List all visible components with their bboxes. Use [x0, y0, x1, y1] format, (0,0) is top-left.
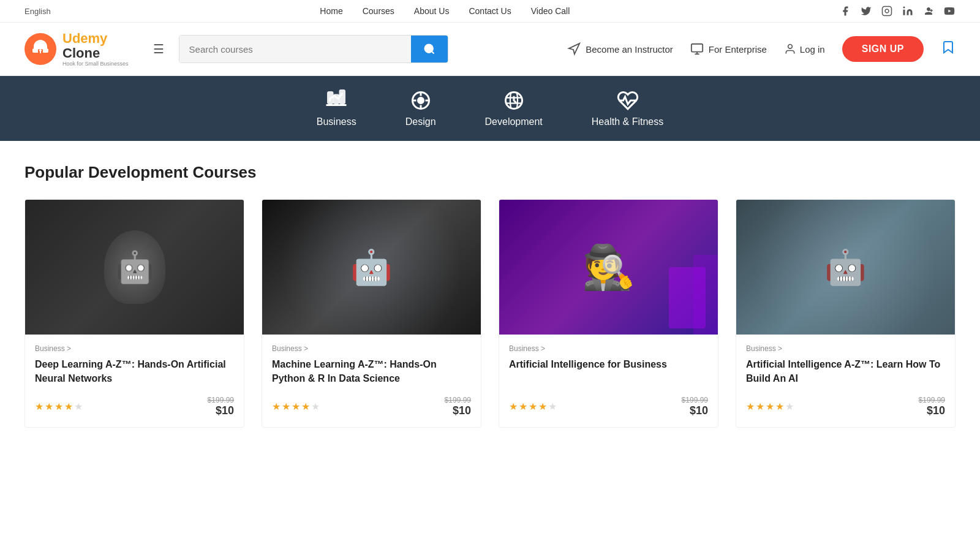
login-button[interactable]: Log in	[784, 43, 825, 55]
course-footer-1: ★ ★ ★ ★ ★ $199.99 $10	[35, 396, 234, 417]
course-price-3: $199.99 $10	[682, 396, 708, 417]
category-design[interactable]: Design	[405, 89, 436, 127]
hamburger-menu[interactable]: ☰	[153, 42, 164, 56]
main-header: UdemyClone Hook for Small Businesses ☰ B…	[0, 23, 980, 76]
bookmark-icon[interactable]	[941, 40, 956, 58]
category-health[interactable]: Health & Fitness	[592, 89, 663, 127]
course-footer-2: ★ ★ ★ ★ ★ $199.99 $10	[272, 396, 471, 417]
svg-rect-6	[40, 51, 41, 53]
course-category-4: Business >	[746, 344, 945, 353]
become-instructor-link[interactable]: Become an Instructor	[567, 42, 673, 56]
courses-grid: 🤖 Business > Deep Learning A-Z™: Hands-O…	[24, 199, 956, 428]
svg-point-12	[788, 45, 792, 49]
svg-line-8	[431, 51, 434, 54]
svg-point-7	[424, 45, 432, 53]
course-category-3: Business >	[509, 344, 708, 353]
svg-point-18	[418, 98, 423, 104]
category-business-label: Business	[317, 116, 356, 127]
section-title: Popular Development Courses	[24, 163, 956, 182]
course-category-2: Business >	[272, 344, 471, 353]
course-price-4: $199.99 $10	[919, 396, 945, 417]
course-thumbnail-1: 🤖	[25, 200, 244, 335]
logo[interactable]: UdemyClone Hook for Small Businesses	[24, 31, 129, 67]
course-body-3: Business > Artificial Intelligence for B…	[499, 335, 718, 427]
logo-subtitle: Hook for Small Businesses	[62, 61, 129, 67]
nav-about[interactable]: About Us	[414, 6, 450, 16]
svg-rect-9	[692, 44, 703, 52]
course-card-1[interactable]: 🤖 Business > Deep Learning A-Z™: Hands-O…	[24, 199, 244, 428]
svg-point-2	[903, 7, 905, 9]
category-development-label: Development	[485, 116, 543, 127]
google-plus-icon[interactable]	[922, 5, 935, 17]
language-selector[interactable]: English	[24, 7, 51, 16]
top-navigation: Home Courses About Us Contact Us Video C…	[320, 6, 570, 16]
course-body-4: Business > Artificial Intelligence A-Z™:…	[736, 335, 955, 427]
search-bar	[179, 35, 448, 63]
nav-video-call[interactable]: Video Call	[531, 6, 570, 16]
course-footer-3: ★ ★ ★ ★ ★ $199.99 $10	[509, 396, 708, 417]
category-design-label: Design	[405, 116, 436, 127]
course-thumbnail-2: 🤖	[262, 200, 481, 335]
course-title-2: Machine Learning A-Z™: Hands-On Python &…	[272, 358, 471, 388]
social-links	[839, 5, 956, 17]
course-footer-4: ★ ★ ★ ★ ★ $199.99 $10	[746, 396, 945, 417]
course-body-1: Business > Deep Learning A-Z™: Hands-On …	[25, 335, 244, 427]
course-title-1: Deep Learning A-Z™: Hands-On Artificial …	[35, 358, 234, 388]
course-card-4[interactable]: 🤖 Business > Artificial Intelligence A-Z…	[736, 199, 956, 428]
course-body-2: Business > Machine Learning A-Z™: Hands-…	[262, 335, 481, 427]
logo-title: UdemyClone	[62, 31, 129, 61]
category-navigation: Business Design Development Health & Fit…	[0, 76, 980, 141]
logo-text: UdemyClone Hook for Small Businesses	[62, 31, 129, 67]
search-input[interactable]	[179, 36, 411, 62]
logo-icon	[24, 33, 56, 65]
course-price-1: $199.99 $10	[208, 396, 234, 417]
course-title-4: Artificial Intelligence A-Z™: Learn How …	[746, 358, 945, 388]
nav-contact[interactable]: Contact Us	[469, 6, 511, 16]
course-card-2[interactable]: 🤖 Business > Machine Learning A-Z™: Hand…	[262, 199, 481, 428]
top-bar: English Home Courses About Us Contact Us…	[0, 0, 980, 23]
category-health-label: Health & Fitness	[592, 116, 663, 127]
course-rating-4: ★ ★ ★ ★ ★	[746, 401, 794, 412]
course-rating-1: ★ ★ ★ ★ ★	[35, 401, 83, 412]
for-enterprise-link[interactable]: For Enterprise	[690, 42, 767, 56]
course-title-3: Artificial Intelligence for Business	[509, 358, 708, 388]
nav-courses[interactable]: Courses	[363, 6, 394, 16]
course-thumbnail-3: 🕵️	[499, 200, 718, 335]
search-button[interactable]	[411, 36, 448, 62]
twitter-icon[interactable]	[860, 5, 872, 17]
course-rating-3: ★ ★ ★ ★ ★	[509, 401, 557, 412]
signup-button[interactable]: SIGN UP	[842, 36, 924, 62]
facebook-icon[interactable]	[839, 5, 851, 17]
instagram-icon[interactable]	[881, 5, 893, 17]
course-price-2: $199.99 $10	[445, 396, 471, 417]
category-business[interactable]: Business	[317, 89, 356, 127]
main-content: Popular Development Courses 🤖 Business >…	[0, 141, 980, 450]
nav-home[interactable]: Home	[320, 6, 342, 16]
linkedin-icon[interactable]	[902, 5, 914, 17]
svg-rect-0	[882, 7, 891, 16]
course-card-3[interactable]: 🕵️ Business > Artificial Intelligence fo…	[499, 199, 718, 428]
header-actions: Become an Instructor For Enterprise Log …	[567, 36, 956, 62]
course-rating-2: ★ ★ ★ ★ ★	[272, 401, 320, 412]
course-thumbnail-4: 🤖	[736, 200, 955, 335]
youtube-icon[interactable]	[943, 5, 956, 17]
category-development[interactable]: Development	[485, 89, 543, 127]
course-category-1: Business >	[35, 344, 234, 353]
